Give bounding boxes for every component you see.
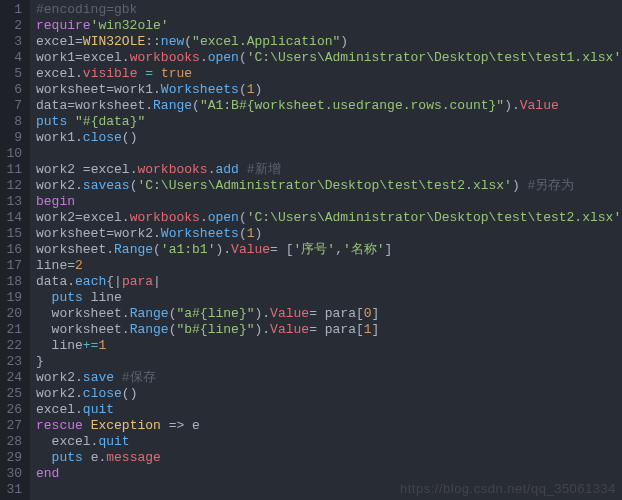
token-ident: ] (372, 306, 380, 321)
token-ident: ) (255, 82, 263, 97)
token-ident: excel (36, 66, 75, 81)
line-number: 17 (4, 258, 22, 274)
token-ident: work2 (114, 226, 153, 241)
token-ident (114, 370, 122, 385)
token-ident: ( (192, 98, 200, 113)
token-ident: line (83, 290, 122, 305)
token-fn: add (215, 162, 238, 177)
code-line[interactable]: } (36, 354, 622, 370)
code-area[interactable]: #encoding=gbkrequire'win32ole'excel=WIN3… (30, 0, 622, 500)
code-line[interactable]: line=2 (36, 258, 622, 274)
code-line[interactable]: line+=1 (36, 338, 622, 354)
token-fn: close (83, 130, 122, 145)
token-ident: ( (239, 82, 247, 97)
token-ident (36, 450, 52, 465)
line-number: 19 (4, 290, 22, 306)
code-line[interactable] (36, 482, 622, 498)
token-ident: . (75, 370, 83, 385)
token-prop: Value (270, 306, 309, 321)
token-param: para (122, 274, 153, 289)
token-num: 2 (75, 258, 83, 273)
token-fn: each (75, 274, 106, 289)
token-const: WIN32OLE (83, 34, 145, 49)
token-ident: worksheet (75, 98, 145, 113)
code-line[interactable]: excel=WIN32OLE::new("excel.Application") (36, 34, 622, 50)
line-number: 13 (4, 194, 22, 210)
token-ident: . (122, 50, 130, 65)
line-number: 26 (4, 402, 22, 418)
token-fn: quit (98, 434, 129, 449)
line-number: 11 (4, 162, 22, 178)
token-ident: ( (239, 210, 247, 225)
token-ident (36, 290, 52, 305)
token-pipe: | (153, 274, 161, 289)
token-ident (67, 114, 75, 129)
code-line[interactable]: data=worksheet.Range("A1:B#{worksheet.us… (36, 98, 622, 114)
code-line[interactable]: #encoding=gbk (36, 2, 622, 18)
line-number: 1 (4, 2, 22, 18)
code-line[interactable]: rescue Exception => e (36, 418, 622, 434)
token-fn: puts (52, 450, 83, 465)
token-op: = (145, 66, 153, 81)
token-fn: Range (153, 98, 192, 113)
code-line[interactable]: work1.close() (36, 130, 622, 146)
code-line[interactable]: work1=excel.workbooks.open('C:\Users\Adm… (36, 50, 622, 66)
code-line[interactable]: work2.save #保存 (36, 370, 622, 386)
token-cmt: #新增 (247, 162, 281, 177)
code-line[interactable]: worksheet.Range('a1:b1').Value= ['序号','名… (36, 242, 622, 258)
token-ident: ( (239, 50, 247, 65)
code-line[interactable] (36, 146, 622, 162)
code-line[interactable]: excel.visible = true (36, 66, 622, 82)
line-number: 31 (4, 482, 22, 498)
code-line[interactable]: worksheet=work2.Worksheets(1) (36, 226, 622, 242)
code-line[interactable]: end (36, 466, 622, 482)
code-line[interactable]: worksheet.Range("a#{line}").Value= para[… (36, 306, 622, 322)
token-ident: . (153, 82, 161, 97)
code-line[interactable]: work2 =excel.workbooks.add #新增 (36, 162, 622, 178)
code-editor[interactable]: 1234567891011121314151617181920212223242… (0, 0, 622, 500)
token-kw: rescue (36, 418, 83, 433)
token-kw: begin (36, 194, 75, 209)
line-number: 12 (4, 178, 22, 194)
code-line[interactable]: work2.saveas('C:\Users\Administrator\Des… (36, 178, 622, 194)
code-line[interactable]: excel.quit (36, 402, 622, 418)
code-line[interactable]: require'win32ole' (36, 18, 622, 34)
line-number: 28 (4, 434, 22, 450)
token-ident (153, 66, 161, 81)
token-num: 1 (364, 322, 372, 337)
token-ident: . (67, 274, 75, 289)
code-line[interactable]: puts "#{data}" (36, 114, 622, 130)
token-cmt: #另存为 (528, 178, 575, 193)
token-ident: . (75, 66, 83, 81)
token-ident: . (122, 322, 130, 337)
code-line[interactable]: worksheet.Range("b#{line}").Value= para[… (36, 322, 622, 338)
token-str: "excel.Application" (192, 34, 340, 49)
token-ident: excel (36, 34, 75, 49)
token-cmt: #encoding=gbk (36, 2, 137, 17)
token-str: "b#{line}" (176, 322, 254, 337)
token-ident: ] (372, 322, 380, 337)
token-fn: puts (36, 114, 67, 129)
code-line[interactable]: work2.close() (36, 386, 622, 402)
token-str: 'win32ole' (91, 18, 169, 33)
token-ident: work1 (114, 82, 153, 97)
token-ident: data (36, 274, 67, 289)
token-fn: Worksheets (161, 82, 239, 97)
code-line[interactable]: work2=excel.workbooks.open('C:\Users\Adm… (36, 210, 622, 226)
code-line[interactable]: puts e.message (36, 450, 622, 466)
token-str: "#{data}" (75, 114, 145, 129)
token-str: 'C:\Users\Administrator\Desktop\test\tes… (247, 50, 621, 65)
token-const: Exception (91, 418, 161, 433)
code-line[interactable]: puts line (36, 290, 622, 306)
code-line[interactable]: excel.quit (36, 434, 622, 450)
code-line[interactable]: begin (36, 194, 622, 210)
code-line[interactable]: data.each{|para| (36, 274, 622, 290)
token-ident: :: (145, 34, 161, 49)
token-ident: ( (184, 34, 192, 49)
token-num: 0 (364, 306, 372, 321)
code-line[interactable]: worksheet=work1.Worksheets(1) (36, 82, 622, 98)
token-fn: saveas (83, 178, 130, 193)
token-str: "A1:B#{worksheet.usedrange.rows.count}" (200, 98, 504, 113)
line-number: 29 (4, 450, 22, 466)
token-cmt: #保存 (122, 370, 156, 385)
